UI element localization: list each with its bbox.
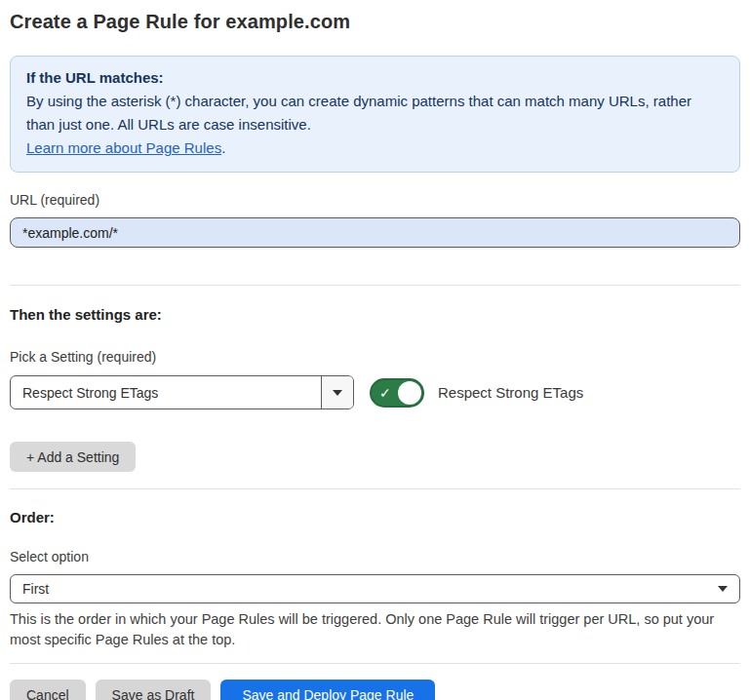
divider <box>10 663 740 664</box>
url-match-info-box: If the URL matches: By using the asteris… <box>10 56 740 173</box>
order-dropdown-value: First <box>22 581 49 597</box>
url-label: URL (required) <box>10 192 740 209</box>
setting-toggle-label: Respect Strong ETags <box>438 384 583 401</box>
url-input[interactable] <box>10 217 740 248</box>
page-title: Create a Page Rule for example.com <box>10 10 740 33</box>
select-option-label: Select option <box>10 549 740 565</box>
learn-more-link[interactable]: Learn more about Page Rules <box>26 139 221 156</box>
info-box-heading: If the URL matches: <box>26 66 724 90</box>
setting-dropdown-value: Respect Strong ETags <box>11 376 321 408</box>
create-page-rule-panel: Create a Page Rule for example.com If th… <box>0 0 750 700</box>
divider <box>10 285 740 286</box>
info-box-body: By using the asterisk (*) character, you… <box>26 90 709 136</box>
setting-dropdown[interactable]: Respect Strong ETags <box>10 375 354 409</box>
settings-section-heading: Then the settings are: <box>10 306 740 324</box>
setting-row: Respect Strong ETags ✓ Respect Strong ET… <box>10 375 740 409</box>
order-help-text: This is the order in which your Page Rul… <box>10 609 736 650</box>
info-box-link-line: Learn more about Page Rules. <box>26 136 724 160</box>
add-setting-button[interactable]: + Add a Setting <box>10 442 136 472</box>
chevron-down-icon <box>718 586 728 592</box>
order-dropdown[interactable]: First <box>10 574 740 603</box>
setting-dropdown-arrow-button[interactable] <box>321 376 353 408</box>
pick-setting-label: Pick a Setting (required) <box>10 349 740 366</box>
link-period: . <box>221 139 225 156</box>
footer-actions: Cancel Save as Draft Save and Deploy Pag… <box>10 680 740 700</box>
check-icon: ✓ <box>379 386 391 400</box>
toggle-knob <box>398 381 421 405</box>
divider <box>10 488 740 489</box>
setting-toggle-group: ✓ Respect Strong ETags <box>370 378 583 408</box>
save-and-deploy-button[interactable]: Save and Deploy Page Rule <box>220 680 435 700</box>
cancel-button[interactable]: Cancel <box>10 680 86 700</box>
order-section-heading: Order: <box>10 509 740 526</box>
setting-toggle-switch[interactable]: ✓ <box>370 378 424 408</box>
dropdown-arrow-icon <box>333 390 342 396</box>
save-as-draft-button[interactable]: Save as Draft <box>96 680 212 700</box>
